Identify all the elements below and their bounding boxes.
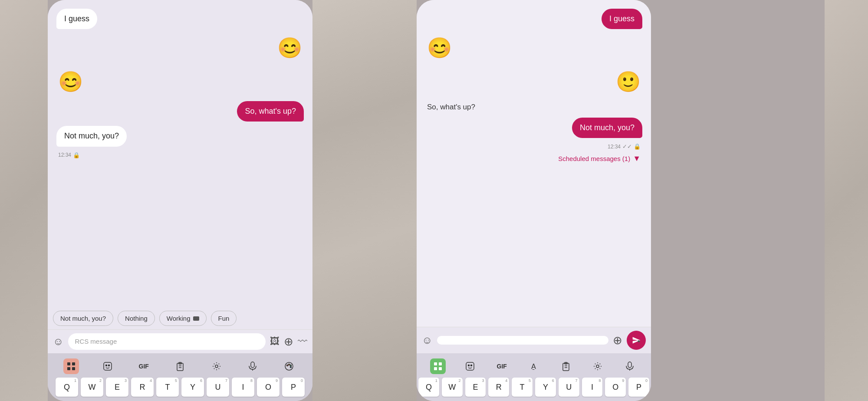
message-row: 😊 <box>56 33 304 63</box>
message-row: So, what's up? <box>425 101 642 113</box>
message-text: So, what's up? <box>245 107 296 115</box>
key-O[interactable]: 9O <box>257 378 279 397</box>
key-W[interactable]: 2W <box>81 378 103 397</box>
key-U-r[interactable]: 7U <box>559 378 579 397</box>
svg-rect-20 <box>434 362 437 365</box>
voice-waves-icon[interactable]: 〰 <box>298 336 307 347</box>
lock-icon: 🔒 <box>73 152 80 158</box>
palette-button[interactable] <box>281 358 297 374</box>
mic-button[interactable] <box>245 358 260 374</box>
message-text: I guess <box>609 14 635 23</box>
emoji-message: 😊 <box>56 67 85 97</box>
chevron-down-icon: ▼ <box>633 154 641 163</box>
svg-point-31 <box>596 365 599 368</box>
message-text: Not much, you? <box>64 131 119 140</box>
svg-point-17 <box>290 365 292 366</box>
key-Q-r[interactable]: 1Q <box>418 378 439 397</box>
key-T-r[interactable]: 5T <box>512 378 533 397</box>
mic-button-right[interactable] <box>622 358 638 374</box>
text-button-right[interactable]: A̱ <box>526 358 542 374</box>
key-I-r[interactable]: 8I <box>582 378 603 397</box>
key-U[interactable]: 7U <box>207 378 229 397</box>
keyboard-left: GIF 1Q 2W 3E 4R 5T 6Y 7U 8I 9O <box>48 353 312 401</box>
key-E[interactable]: 3E <box>106 378 128 397</box>
key-Y-r[interactable]: 6Y <box>535 378 556 397</box>
sticker-button-right[interactable] <box>462 358 478 374</box>
add-icon[interactable]: ⊕ <box>284 335 293 348</box>
phone-left: I guess 😊 😊 So, what's up? Not much, you… <box>48 0 312 401</box>
apps-button-right[interactable] <box>430 358 446 374</box>
message-input-bar-right: ☺ ⊕ <box>417 327 651 353</box>
message-text: Not much, you? <box>580 123 635 132</box>
message-input-bar: ☺ RCS message 🖼 ⊕ 〰 <box>48 329 312 353</box>
clipboard-button-right[interactable] <box>558 358 574 374</box>
emoji-button[interactable]: ☺ <box>422 334 433 346</box>
key-R-r[interactable]: 4R <box>488 378 509 397</box>
key-T[interactable]: 5T <box>156 378 179 397</box>
quick-reply-chip[interactable]: Working <box>159 311 207 326</box>
chat-area-left: I guess 😊 😊 So, what's up? Not much, you… <box>48 0 312 307</box>
quick-reply-chip[interactable]: Fun <box>211 311 237 326</box>
settings-button[interactable] <box>209 358 224 374</box>
phone-right: I guess 😊 🙂 So, what's up? Not much, you… <box>417 0 651 401</box>
keyboard-toolbar: GIF <box>49 357 311 378</box>
scheduled-label: Scheduled messages (1) <box>558 155 630 162</box>
svg-point-14 <box>285 362 293 370</box>
svg-rect-24 <box>466 362 474 370</box>
svg-rect-23 <box>439 367 442 370</box>
key-O-r[interactable]: 9O <box>605 378 626 397</box>
emoji-message: 😊 <box>425 33 454 63</box>
settings-button-right[interactable] <box>590 358 605 374</box>
chat-area-right: I guess 😊 🙂 So, what's up? Not much, you… <box>417 0 651 327</box>
message-text: I guess <box>64 14 89 23</box>
quick-reply-chip[interactable]: Not much, you? <box>53 311 113 326</box>
sticker-button[interactable] <box>100 358 115 374</box>
chip-label: Fun <box>218 315 230 322</box>
clipboard-button[interactable] <box>172 358 188 374</box>
timestamp-text: 12:34 <box>58 152 71 158</box>
message-timestamp: 12:34 🔒 <box>56 152 304 158</box>
emoji-message: 🙂 <box>614 67 642 97</box>
key-W-r[interactable]: 2W <box>442 378 463 397</box>
quick-replies-bar: Not much, you? Nothing Working Fun <box>48 307 312 329</box>
svg-point-11 <box>215 365 218 368</box>
key-Y[interactable]: 6Y <box>181 378 204 397</box>
key-P[interactable]: 0P <box>282 378 305 397</box>
key-P-r[interactable]: 0P <box>628 378 649 397</box>
message-input-right[interactable] <box>437 336 608 345</box>
gif-label: GIF <box>497 363 507 370</box>
background-left <box>0 0 48 401</box>
svg-point-16 <box>289 364 290 365</box>
add-icon[interactable]: ⊕ <box>613 334 622 347</box>
check-icon: ✓✓ <box>622 143 632 150</box>
message-row: I guess <box>425 9 642 29</box>
timestamp-text: 12:34 <box>608 144 621 150</box>
keyboard-row-1: 1Q 2W 3E 4R 5T 6Y 7U 8I 9O 0P <box>49 378 311 397</box>
svg-rect-12 <box>251 362 254 368</box>
working-icon <box>193 316 199 321</box>
gif-button[interactable]: GIF <box>136 358 151 374</box>
apps-button[interactable] <box>63 358 79 374</box>
svg-point-25 <box>468 365 469 366</box>
svg-point-26 <box>470 365 472 366</box>
key-I[interactable]: 8I <box>232 378 254 397</box>
gif-button-right[interactable]: GIF <box>494 358 510 374</box>
emoji-message: 😊 <box>276 33 304 63</box>
message-input[interactable]: RCS message <box>68 333 266 350</box>
svg-rect-32 <box>628 362 631 368</box>
emoji-button[interactable]: ☺ <box>53 335 64 348</box>
key-Q[interactable]: 1Q <box>56 378 78 397</box>
key-R[interactable]: 4R <box>131 378 154 397</box>
keyboard-toolbar-right: GIF A̱ <box>418 357 649 378</box>
send-button[interactable] <box>627 331 646 350</box>
message-row: 😊 <box>425 33 642 63</box>
background-middle <box>312 0 417 401</box>
svg-rect-4 <box>104 362 112 370</box>
key-E-r[interactable]: 3E <box>465 378 486 397</box>
message-bubble: Not much, you? <box>56 126 127 146</box>
quick-reply-chip[interactable]: Nothing <box>118 311 155 326</box>
scheduled-messages[interactable]: Scheduled messages (1) ▼ <box>425 154 642 163</box>
image-icon[interactable]: 🖼 <box>270 336 279 347</box>
svg-point-6 <box>108 365 109 366</box>
input-placeholder: RCS message <box>75 338 117 345</box>
